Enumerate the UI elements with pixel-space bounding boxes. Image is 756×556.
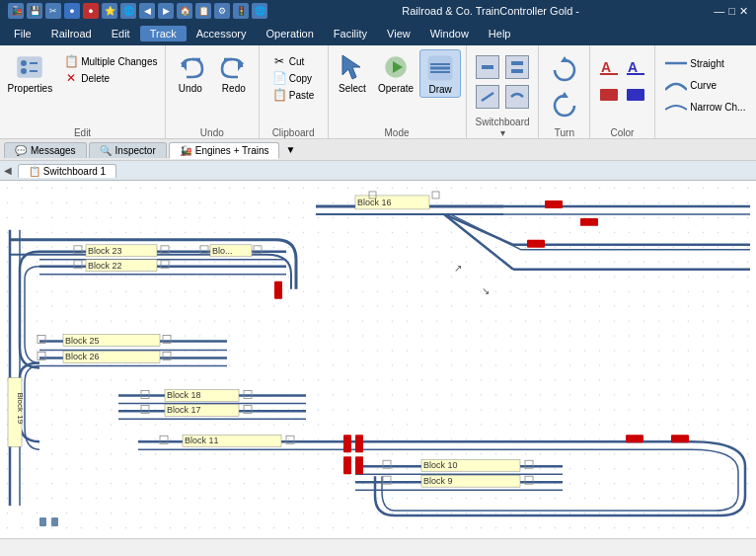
properties-icon xyxy=(14,51,45,83)
operate-label: Operate xyxy=(378,83,414,94)
inspector-label: Inspector xyxy=(115,145,156,156)
tab-inspector[interactable]: 🔍 Inspector xyxy=(89,142,167,158)
svg-rect-67 xyxy=(671,435,689,442)
multiple-changes-icon: 📋 xyxy=(64,54,78,68)
copy-button[interactable]: 📄 Copy xyxy=(268,70,319,86)
home-icon[interactable]: 🏠 xyxy=(177,3,192,19)
color-btn3[interactable] xyxy=(596,81,621,107)
svg-text:Block 17: Block 17 xyxy=(167,405,200,415)
turn-cw-button[interactable] xyxy=(545,53,584,87)
color-btn2[interactable]: A xyxy=(623,53,647,79)
redo-icon xyxy=(218,51,250,83)
ribbon: Properties 📋 Multiple Changes ✕ Delete E… xyxy=(0,45,756,139)
menu-railroad[interactable]: Railroad xyxy=(41,26,102,41)
narrow-ch-button[interactable]: Narrow Ch... xyxy=(659,97,751,117)
svg-rect-14 xyxy=(482,65,493,69)
svg-rect-117 xyxy=(39,517,46,526)
gear-tb-icon[interactable]: ⚙ xyxy=(214,3,230,19)
svg-text:Block 18: Block 18 xyxy=(167,390,200,400)
signal-icon[interactable]: 🚦 xyxy=(233,3,249,19)
svg-rect-64 xyxy=(343,456,351,474)
sb-btn4[interactable] xyxy=(503,83,531,111)
switchboard-tab-icon: 📋 xyxy=(29,166,40,177)
canvas-area[interactable]: ↗ ↘ Block 16 Block 23 Blo... Block 22 Bl… xyxy=(0,181,756,538)
sb-btn2[interactable] xyxy=(503,53,531,81)
operate-icon xyxy=(380,51,412,83)
copy-tb-icon[interactable]: 📋 xyxy=(195,3,211,19)
menu-track[interactable]: Track xyxy=(140,26,187,41)
star-icon[interactable]: ⭐ xyxy=(102,3,117,19)
svg-rect-61 xyxy=(527,240,545,248)
cut-tb-icon[interactable]: ✂ xyxy=(45,3,61,19)
ribbon-group-mode: Select Operate xyxy=(329,45,467,138)
red-icon[interactable]: ● xyxy=(83,3,99,19)
switchboard-tab-strip: ◀ 📋 Switchboard 1 xyxy=(0,161,756,181)
svg-rect-0 xyxy=(18,57,41,77)
operate-button[interactable]: Operate xyxy=(374,49,417,96)
undo-label: Undo xyxy=(179,83,202,94)
menu-edit[interactable]: Edit xyxy=(102,26,140,41)
svg-marker-17 xyxy=(561,56,568,62)
svg-marker-7 xyxy=(342,55,360,79)
back-icon[interactable]: ◀ xyxy=(139,3,155,19)
paste-button[interactable]: 📋 Paste xyxy=(268,87,319,103)
nav-icon[interactable]: 🌐 xyxy=(120,3,136,19)
cut-icon: ✂ xyxy=(272,54,286,68)
svg-rect-118 xyxy=(51,517,58,526)
tab-messages[interactable]: 💬 Messages xyxy=(4,142,87,158)
ribbon-group-edit: Properties 📋 Multiple Changes ✕ Delete E… xyxy=(0,45,166,138)
svg-text:Block 25: Block 25 xyxy=(65,336,99,346)
switchboard-tab-1[interactable]: 📋 Switchboard 1 xyxy=(18,164,116,178)
properties-button[interactable]: Properties xyxy=(4,49,57,96)
narrow-ch-label: Narrow Ch... xyxy=(690,102,745,113)
multiple-changes-button[interactable]: 📋 Multiple Changes xyxy=(60,53,161,69)
clipboard-small-col: ✂ Cut 📄 Copy 📋 Paste xyxy=(268,49,319,103)
undo-button[interactable]: Undo xyxy=(171,49,210,96)
fwd-icon[interactable]: ▶ xyxy=(158,3,174,19)
globe-icon[interactable]: 🌐 xyxy=(252,3,267,19)
cut-button[interactable]: ✂ Cut xyxy=(268,53,319,69)
tab-expand[interactable]: ▼ xyxy=(281,142,299,157)
redo-label: Redo xyxy=(222,83,246,94)
menu-operation[interactable]: Operation xyxy=(257,26,324,41)
engines-icon: 🚂 xyxy=(180,145,191,156)
redo-button[interactable]: Redo xyxy=(214,49,254,96)
turn-ccw-button[interactable] xyxy=(545,89,584,122)
window-controls[interactable]: — □ ✕ xyxy=(714,5,748,18)
menu-facility[interactable]: Facility xyxy=(324,26,377,41)
svg-rect-60 xyxy=(580,218,598,226)
draw-icon xyxy=(424,52,456,84)
color-btn1[interactable]: A xyxy=(596,53,621,79)
ribbon-group-color: A A Color xyxy=(590,45,654,138)
ribbon-group-tracktype: Straight Curve Narrow Ch... xyxy=(655,45,756,138)
sb-collapse-icon[interactable]: ◀ xyxy=(4,165,12,176)
color-btn4[interactable] xyxy=(623,81,647,107)
inspector-icon: 🔍 xyxy=(100,145,112,156)
svg-rect-59 xyxy=(545,200,563,208)
svg-text:A: A xyxy=(601,59,611,75)
switchboard-group-label: Switchboard ▾ xyxy=(473,117,533,138)
svg-rect-58 xyxy=(274,281,282,299)
sb-btn1[interactable] xyxy=(474,53,501,81)
menu-help[interactable]: Help xyxy=(479,26,521,41)
tab-engines-trains[interactable]: 🚂 Engines + Trains xyxy=(169,142,280,159)
delete-button[interactable]: ✕ Delete xyxy=(60,70,161,86)
menu-view[interactable]: View xyxy=(377,26,420,41)
select-icon xyxy=(337,51,368,83)
svg-rect-16 xyxy=(511,69,523,73)
menu-accessory[interactable]: Accessory xyxy=(187,26,257,41)
undo-group-label: Undo xyxy=(200,127,224,138)
svg-rect-66 xyxy=(626,435,643,442)
save-icon[interactable]: 💾 xyxy=(27,3,42,19)
menu-window[interactable]: Window xyxy=(420,26,479,41)
status-bar xyxy=(0,538,756,556)
select-button[interactable]: Select xyxy=(333,49,372,96)
paste-icon: 📋 xyxy=(272,88,286,102)
title-bar: 🚂 💾 ✂ ● ● ⭐ 🌐 ◀ ▶ 🏠 📋 ⚙ 🚦 🌐 Railroad & C… xyxy=(0,0,756,22)
sb-btn3[interactable] xyxy=(474,83,501,111)
blue-icon[interactable]: ● xyxy=(64,3,80,19)
draw-button[interactable]: Draw xyxy=(419,49,461,98)
straight-button[interactable]: Straight xyxy=(659,53,751,73)
curve-button[interactable]: Curve xyxy=(659,75,751,95)
menu-file[interactable]: File xyxy=(4,26,41,41)
